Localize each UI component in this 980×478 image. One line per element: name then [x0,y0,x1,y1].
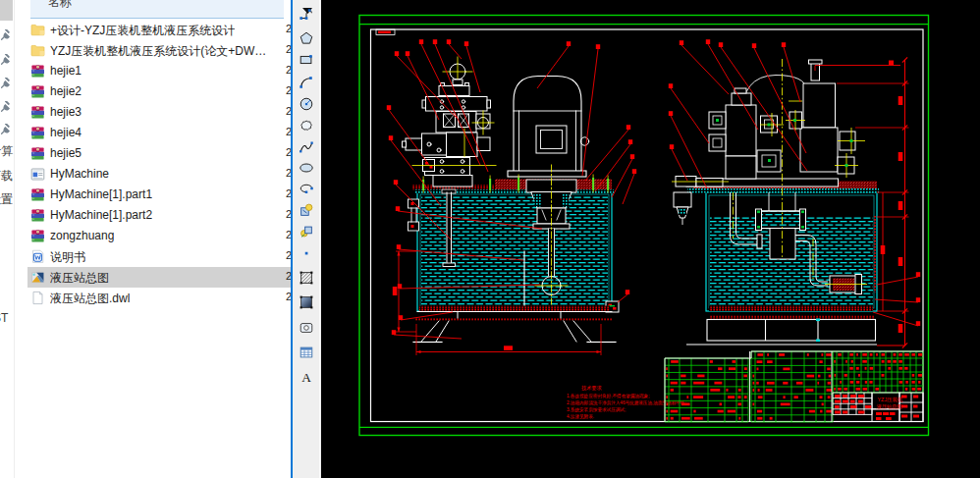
file-name[interactable]: HyMachine [50,167,109,181]
dwg-file-icon [30,270,45,285]
front-view-motor [508,77,589,178]
quick-access-pin-icon [0,123,13,135]
file-row[interactable]: hejie52 [27,143,292,164]
circle-tool-icon[interactable] [299,96,314,112]
ellipse-tool-icon[interactable] [299,160,314,176]
notes-line-2: 2.油箱内部清洗干净后注入46号抗磨液压油,油面至油标中线; [567,399,686,406]
cad-draw-toolbar: A [293,0,322,478]
title-block-name: 液压站总图 [877,403,902,410]
title-block: YZJ压装机 液压站总图 [877,397,903,410]
notes-title: 技术要求 [581,385,602,392]
nav-item-label-fragment[interactable]: 下载 [0,168,14,185]
file-name[interactable]: YZJ压装机整机液压系统设计(论文+DW… [50,43,266,60]
quick-access-pin-icon [0,53,13,66]
polygon-tool-icon[interactable] [299,30,314,46]
side-view-manifold [672,60,865,225]
technical-notes: 技术要求 1.各连接处应密封良好,不得有渗漏油现象; 2.油箱内部清洗干净后注入… [567,385,686,420]
rar-file-icon [30,187,45,202]
rar-file-icon [30,208,45,223]
file-name[interactable]: HyMachine[1].part2 [50,208,152,222]
file-row[interactable]: 液压站总图.dwl2 [27,288,292,308]
file-row[interactable]: hejie12 [27,61,292,81]
file-row[interactable]: 说明书2 [27,246,292,267]
file-row[interactable]: hejie42 [27,123,292,143]
file-name[interactable]: +设计-YZJ压装机整机液压系统设计 [50,23,235,39]
file-list-column-header[interactable]: 名称 [30,0,284,19]
explorer-file-list: 名称 +设计-YZJ压装机整机液压系统设计2YZJ压装机整机液压系统设计(论文+… [15,0,292,478]
file-name[interactable]: hejie5 [50,146,82,160]
file-name[interactable]: zongzhuang [50,229,114,242]
ellipse-arc-tool-icon[interactable] [299,181,314,196]
file-row[interactable]: HyMachine[1].part22 [27,205,292,226]
folder-file-icon [30,23,45,37]
sheet-corner-label-text [378,31,391,34]
clipped-toolbar-icon[interactable] [300,0,314,6]
revision-cloud-tool-icon[interactable] [299,118,314,133]
arc-tool-icon[interactable] [299,75,314,90]
front-view-oil-tank [408,180,620,343]
cad-drawing-canvas[interactable]: 技术要求 1.各连接处应密封良好,不得有渗漏油现象; 2.油箱内部清洗干净后注入… [321,0,980,478]
insert-block-tool-icon[interactable] [299,202,314,218]
notes-line-1: 1.各连接处应密封良好,不得有渗漏油现象; [567,393,649,399]
toolbar-edge-highlight [319,0,320,478]
file-name[interactable]: 说明书 [50,249,85,266]
file-name[interactable]: HyMachine[1].part1 [50,187,152,201]
rar-file-icon [30,229,45,243]
make-block-tool-icon[interactable] [299,224,314,239]
file-row[interactable]: YZJ压装机整机液压系统设计(论文+DW…2 [27,40,292,61]
front-view [403,57,620,343]
folder-file-icon [30,43,45,58]
file-file-icon [30,291,45,305]
file-name[interactable]: hejie2 [50,84,82,98]
spline-tool-icon[interactable] [299,139,314,155]
file-name[interactable]: hejie1 [50,64,82,78]
side-view-oil-tank [686,182,879,345]
rar-file-icon [30,105,45,120]
rar-file-icon [30,126,45,140]
table-tool-icon[interactable] [299,345,314,360]
nav-item-label-fragment[interactable]: ST [0,311,14,325]
bom-table [665,351,923,422]
multiline-text-tool-icon[interactable]: A [299,370,314,386]
file-row[interactable]: hejie22 [27,81,292,102]
title-block-model: YZJ压装机 [878,397,903,403]
side-view [672,59,879,345]
file-name[interactable]: hejie3 [50,105,82,119]
app-file-icon [30,167,45,182]
quick-access-pin-icon [0,77,13,89]
wps-file-icon [30,249,45,264]
notes-line-3: 3.系统安装后按要求试压调试; [567,406,626,413]
quick-access-pin-icon [0,100,13,113]
file-row[interactable]: HyMachine[1].part12 [27,185,292,205]
hatch-tool-icon[interactable] [299,270,314,286]
file-row[interactable]: +设计-YZJ压装机整机液压系统设计2 [27,20,292,40]
rar-file-icon [30,64,45,79]
column-header-name[interactable]: 名称 [48,0,72,11]
rectangle-tool-icon[interactable] [299,52,314,68]
file-row[interactable]: HyMachine2 [27,164,292,185]
quick-access-pin-icon [0,28,13,41]
file-row[interactable]: hejie32 [27,102,292,123]
file-name[interactable]: 液压站总图.dwl [50,291,130,307]
polyline-tool-icon[interactable] [299,7,314,23]
file-name[interactable]: 液压站总图 [50,270,109,287]
point-tool-icon[interactable] [299,245,314,261]
rar-file-icon [30,84,45,99]
region-tool-icon[interactable] [299,320,314,336]
file-name[interactable]: hejie4 [50,126,82,139]
nav-pane-top-block [0,0,13,21]
file-row-selected[interactable]: 液压站总图2 [27,267,292,288]
rar-file-icon [30,146,45,161]
desktop-screenshot: 计算下载设置ST 名称 +设计-YZJ压装机整机液压系统设计2YZJ压装机整机液… [0,0,980,478]
svg-text:A: A [301,370,311,385]
nav-item-label-fragment[interactable]: 设置 [0,191,14,208]
gradient-tool-icon[interactable] [299,294,314,310]
file-row[interactable]: zongzhuang2 [27,226,292,246]
nav-item-label-fragment[interactable]: 计算 [0,143,14,160]
notes-line-4: 4.涂漆见附表. [567,413,594,420]
